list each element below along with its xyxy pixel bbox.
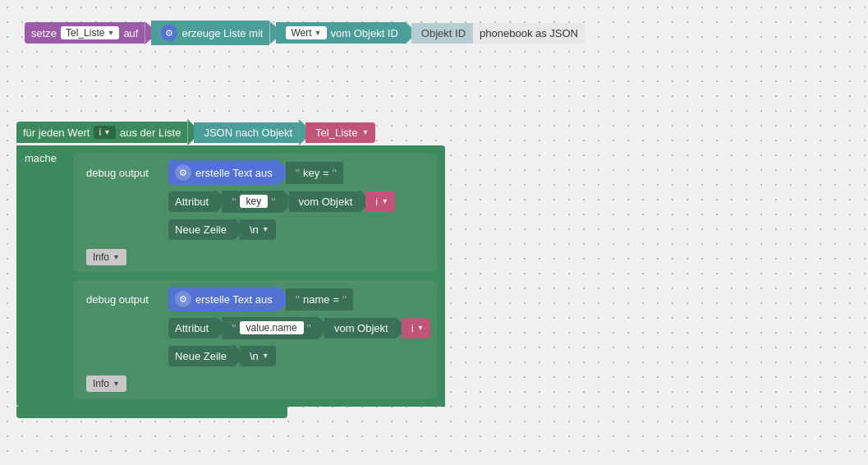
neue-zeile-block-2: Neue Zeile — [168, 346, 233, 366]
sub-block-1: debug output ⚙ erstelle Text aus " — [73, 154, 437, 272]
connector11 — [279, 288, 286, 311]
aus-der-liste-label: aus der Liste — [120, 127, 181, 139]
key-inner-tag: key — [240, 195, 269, 208]
connector6 — [279, 161, 286, 184]
erstelle-icon-1: ⚙ — [175, 164, 191, 181]
info-1-arrow[interactable]: ▼ — [113, 253, 120, 261]
mache-label: mache — [16, 145, 65, 407]
connector9 — [359, 190, 365, 213]
i-dropdown-arrow[interactable]: ▼ — [103, 128, 111, 136]
key-value-block: " key " — [222, 191, 282, 213]
setze-block: setze Tel_Liste ▼ auf — [25, 22, 145, 44]
json-block: JSON nach Objekt — [194, 122, 299, 143]
i-block-1-arrow[interactable]: ▼ — [381, 197, 388, 205]
sub-block-1-row3: Neue Zeile \n ▼ — [168, 218, 430, 241]
info-btn-2-wrapper: Info ▼ — [86, 372, 430, 392]
connector13 — [318, 316, 324, 339]
foreach-body-wrapper: mache debug output ⚙ erstelle Text — [16, 145, 445, 407]
wert-block: Wert ▼ vom Objekt ID — [276, 22, 404, 44]
connector8 — [282, 190, 289, 213]
fuer-block: für jeden Wert i ▼ aus der Liste — [16, 122, 187, 143]
value-name-block: " value.name " — [222, 317, 318, 339]
foreach-header: für jeden Wert i ▼ aus der Liste JSON na… — [16, 119, 445, 145]
info-button-2[interactable]: Info ▼ — [86, 375, 126, 392]
backslash-n-arrow-2[interactable]: ▼ — [262, 352, 269, 360]
info-2-arrow[interactable]: ▼ — [113, 380, 120, 388]
wert-dropdown-arrow[interactable]: ▼ — [315, 29, 322, 37]
i-block-1: i ▼ — [365, 191, 395, 212]
key-eq-block: " key = " — [286, 162, 343, 184]
sub-block-2-row2: Attribut " value.name " vom Objekt — [168, 316, 430, 339]
erzeuge-icon: ⚙ — [161, 25, 177, 41]
neue-zeile-block-1: Neue Zeile — [168, 219, 233, 240]
row1-block: setze Tel_Liste ▼ auf ⚙ erzeuge Liste mi… — [25, 21, 585, 45]
info-button-1[interactable]: Info ▼ — [86, 249, 126, 265]
foreach-body: debug output ⚙ erstelle Text aus " — [65, 145, 445, 407]
connector14 — [395, 316, 402, 339]
auf-label: auf — [123, 27, 138, 39]
connector5 — [299, 119, 305, 145]
tel-liste-label: Tel_Liste — [315, 127, 357, 139]
i-tag[interactable]: i ▼ — [94, 126, 116, 139]
erstelle-icon-2: ⚙ — [175, 291, 191, 307]
attribut-block-1: Attribut — [168, 191, 215, 212]
sub-block-2: debug output ⚙ erstelle Text aus " — [73, 280, 437, 398]
connector2 — [269, 21, 276, 44]
debug-label-2: debug output — [80, 290, 162, 309]
connector10 — [233, 218, 240, 241]
sub-block-1-row2: Attribut " key " vom Objekt — [168, 190, 430, 213]
i-block-2-arrow[interactable]: ▼ — [417, 324, 425, 332]
tel-liste-dropdown-arrow[interactable]: ▼ — [107, 29, 114, 37]
i-block-2: i ▼ — [402, 318, 431, 338]
json-label: JSON nach Objekt — [204, 127, 292, 139]
debug-label-1: debug output — [80, 163, 162, 182]
name-eq-block: " name = " — [286, 288, 353, 311]
vom-objekt-block-1: vom Objekt — [289, 191, 360, 212]
vom-objekt-block-2: vom Objekt — [324, 318, 395, 338]
erzeuge-block: ⚙ erzeuge Liste mit — [151, 21, 269, 45]
erstelle-block-2: ⚙ erstelle Text aus — [168, 287, 279, 311]
connector15 — [233, 344, 240, 367]
connector3 — [405, 21, 411, 44]
erstelle-chain-2: ⚙ erstelle Text aus " name = " — [168, 287, 353, 311]
sub-block-1-row1: debug output ⚙ erstelle Text aus " — [80, 160, 430, 185]
objekt-id-block: Objekt ID — [411, 23, 472, 44]
wert-tag[interactable]: Wert ▼ — [286, 26, 326, 39]
sub-block-2-row1: debug output ⚙ erstelle Text aus " — [80, 287, 430, 311]
tel-liste-foreach-arrow[interactable]: ▼ — [361, 128, 369, 136]
attribut-block-2: Attribut — [168, 318, 215, 338]
objekt-id-label: Objekt ID — [421, 27, 466, 39]
backslash-n-arrow-1[interactable]: ▼ — [262, 225, 269, 233]
tel-liste-block: Tel_Liste ▼ — [305, 122, 375, 143]
foreach-bottom-bar — [16, 407, 287, 418]
erstelle-block-1: ⚙ erstelle Text aus — [168, 160, 279, 185]
phonebook-label: phonebook as JSON — [480, 27, 578, 39]
fuer-label: für jeden Wert — [23, 127, 90, 139]
erzeuge-label: erzeuge Liste mit — [181, 27, 263, 39]
tel-liste-tag[interactable]: Tel_Liste ▼ — [61, 26, 119, 39]
backslash-n-block-1: \n ▼ — [240, 219, 276, 240]
backslash-n-block-2: \n ▼ — [240, 346, 276, 366]
connector7 — [215, 190, 222, 213]
connector4 — [187, 119, 194, 145]
foreach-container: für jeden Wert i ▼ aus der Liste JSON na… — [16, 119, 445, 418]
connector12 — [215, 316, 222, 339]
vom-objekt-id-label: vom Objekt ID — [331, 27, 398, 39]
connector1 — [145, 21, 151, 44]
setze-label: setze — [31, 27, 57, 39]
info-btn-1-wrapper: Info ▼ — [86, 246, 430, 265]
erstelle-chain-1: ⚙ erstelle Text aus " key = " — [168, 160, 343, 185]
sub-block-2-row3: Neue Zeile \n ▼ — [168, 344, 430, 367]
value-name-inner-tag: value.name — [240, 321, 304, 334]
phonebook-block: phonebook as JSON — [472, 23, 585, 44]
